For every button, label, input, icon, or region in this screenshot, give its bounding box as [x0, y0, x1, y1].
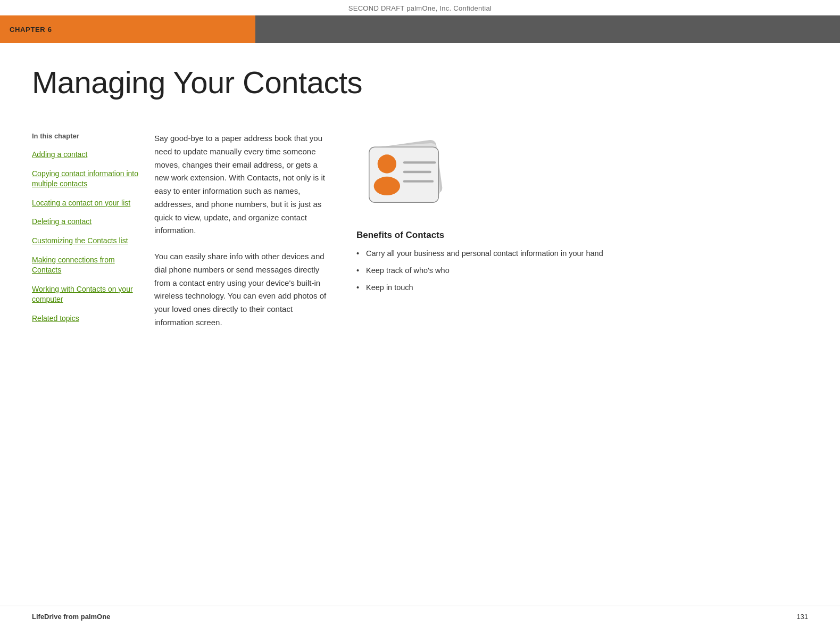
middle-column: Say good-bye to a paper address book tha… [154, 132, 356, 342]
main-layout: In this chapter Adding a contact Copying… [32, 132, 808, 342]
right-column: Benefits of Contacts Carry all your busi… [356, 132, 808, 342]
chapter-label-box: CHAPTER 6 [0, 15, 255, 43]
benefits-section: Benefits of Contacts Carry all your busi… [356, 230, 808, 299]
toc-link-related-topics[interactable]: Related topics [32, 314, 138, 324]
chapter-bar: CHAPTER 6 [0, 15, 840, 43]
footer-page-number: 131 [796, 613, 808, 621]
page-footer: LifeDrive from palmOne 131 [0, 606, 840, 627]
benefit-item-2: Keep track of who's who [356, 265, 808, 277]
toc-link-locating-contact[interactable]: Locating a contact on your list [32, 198, 138, 209]
chapter-label: CHAPTER 6 [10, 26, 52, 34]
contacts-app-icon [356, 132, 452, 212]
page-content: Managing Your Contacts In this chapter A… [0, 43, 840, 374]
contacts-icon-area [356, 132, 452, 214]
toc-link-adding-contact[interactable]: Adding a contact [32, 150, 138, 160]
footer-product-name: LifeDrive from palmOne [32, 613, 110, 621]
svg-point-6 [378, 154, 396, 173]
toc-link-working-with-contacts[interactable]: Working with Contacts on your computer [32, 284, 138, 305]
svg-point-7 [374, 177, 400, 195]
toc-link-customizing-contacts[interactable]: Customizing the Contacts list [32, 236, 138, 246]
chapter-bar-right [255, 15, 840, 43]
svg-rect-2 [369, 147, 439, 202]
toc-link-copying-contact[interactable]: Copying contact information into multipl… [32, 169, 138, 189]
description-paragraph-1: Say good-bye to a paper address book tha… [154, 132, 330, 237]
page-title: Managing Your Contacts [32, 64, 808, 100]
toc-link-deleting-contact[interactable]: Deleting a contact [32, 217, 138, 227]
draft-notice: SECOND DRAFT palmOne, Inc. Confidential [0, 0, 840, 15]
toc-column: In this chapter Adding a contact Copying… [32, 132, 154, 342]
toc-link-making-connections[interactable]: Making connections from Contacts [32, 255, 138, 276]
benefits-list: Carry all your business and personal con… [356, 248, 808, 293]
benefits-title: Benefits of Contacts [356, 230, 808, 241]
toc-header: In this chapter [32, 132, 138, 140]
description-paragraph-2: You can easily share info with other dev… [154, 250, 330, 329]
benefit-item-3: Keep in touch [356, 282, 808, 294]
benefit-item-1: Carry all your business and personal con… [356, 248, 808, 260]
